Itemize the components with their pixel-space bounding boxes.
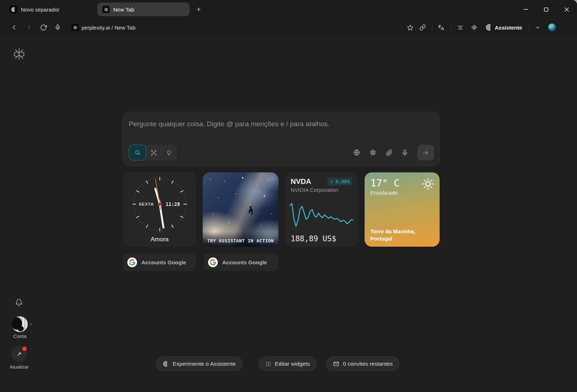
tab-strip: Novo separador New Tab + — [0, 0, 577, 19]
address-bar-url[interactable]: perplexity.ai / New Tab — [82, 19, 136, 36]
new-tab-strip-label[interactable]: Novo separador — [21, 0, 60, 19]
clock-widget[interactable]: SEXTA 11:28 Amora — [123, 172, 196, 247]
back-button[interactable] — [7, 19, 22, 36]
reading-list-icon[interactable] — [453, 19, 467, 36]
dictate-mic-icon[interactable] — [398, 145, 411, 160]
search-mode-button[interactable] — [129, 145, 146, 160]
stock-widget[interactable]: NVDA ↗ 0,88% NVIDIA Corporation 188,89 U… — [285, 172, 358, 247]
mode-divider — [161, 149, 161, 156]
search-input[interactable] — [129, 119, 432, 129]
active-tab[interactable]: New Tab — [97, 3, 190, 16]
close-button[interactable] — [556, 0, 577, 19]
clock-day: SEXTA — [138, 202, 154, 206]
invites-button[interactable]: 0 convites restantes — [326, 356, 400, 371]
attach-paperclip-icon[interactable] — [383, 145, 396, 160]
invites-label: 0 convites restantes — [343, 361, 393, 367]
copy-link-icon[interactable] — [415, 19, 430, 36]
search-mode-pill — [129, 145, 177, 160]
envelope-icon — [333, 361, 339, 367]
stock-price: 188,89 US$ — [291, 234, 336, 243]
minimize-button[interactable] — [515, 0, 536, 19]
maximize-button[interactable] — [536, 0, 556, 19]
web-sources-globe-icon[interactable] — [350, 145, 363, 160]
site-favicon — [71, 24, 79, 31]
voice-wave-icon[interactable] — [467, 19, 481, 36]
perplexity-favicon — [102, 6, 110, 13]
notifications-bell-icon[interactable] — [15, 299, 23, 307]
assistant-label[interactable]: Assistente — [495, 19, 522, 36]
arrow-up-right-icon: ↗ — [17, 351, 21, 357]
shortcut-label: Accounts Google — [222, 259, 267, 265]
research-mode-icon[interactable] — [147, 145, 160, 160]
star-speckles — [210, 179, 211, 180]
labs-bulb-icon[interactable] — [163, 145, 175, 160]
account-avatar[interactable] — [12, 316, 28, 332]
weather-condition: Ensolarado — [370, 190, 434, 196]
update-label: Atualizar — [5, 364, 34, 370]
grid-dots-icon — [265, 361, 271, 367]
browser-window: Novo separador New Tab + — [0, 0, 577, 392]
perplexity-logo — [12, 46, 26, 62]
stock-symbol: NVDA — [291, 177, 311, 186]
stock-change-badge: ↗ 0,88% — [327, 178, 352, 185]
google-logo-icon — [208, 257, 218, 267]
navigation-bar: perplexity.ai / New Tab As — [0, 19, 577, 36]
nav-divider — [432, 23, 432, 31]
stock-sparkline — [288, 199, 354, 230]
shortcut-accounts-google-1[interactable]: Accounts Google — [123, 254, 196, 271]
nav-divider — [529, 23, 529, 31]
google-logo-icon — [127, 257, 137, 267]
assistant-comet-icon[interactable] — [482, 19, 496, 36]
active-tab-title: New Tab — [113, 6, 134, 13]
forward-button[interactable] — [22, 19, 36, 36]
chevron-down-icon[interactable] — [531, 19, 544, 36]
try-assistant-label: Experimente o Assistente — [173, 361, 236, 367]
sun-icon — [422, 177, 435, 190]
model-chip-icon[interactable] — [366, 145, 379, 160]
stock-company-name: NVIDIA Corporation — [291, 187, 352, 193]
translate-icon[interactable] — [434, 19, 448, 36]
try-assistant-button[interactable]: Experimente o Assistente — [156, 356, 243, 371]
comet-app-icon[interactable] — [9, 5, 17, 13]
promo-caption: TRY ASSISTANT IN ACTION — [203, 232, 278, 247]
assistant-promo-widget[interactable]: TRY ASSISTANT IN ACTION — [203, 172, 278, 247]
bookmark-star-icon[interactable] — [403, 19, 417, 36]
clock-digital-time: 11:28 — [166, 202, 180, 207]
submit-arrow-button[interactable] — [417, 145, 434, 160]
comet-icon — [163, 361, 169, 367]
weather-widget[interactable]: 17° C Ensolarado Torre da Marinha, Portu… — [365, 172, 440, 247]
profile-avatar[interactable] — [548, 23, 556, 31]
update-notification-dot — [22, 347, 27, 351]
weather-location: Torre da Marinha, Portugal — [370, 228, 415, 243]
voice-search-icon[interactable] — [50, 19, 65, 36]
account-label: Conta — [5, 334, 34, 339]
account-chevron-icon — [29, 322, 33, 326]
ask-anything-box — [123, 112, 440, 166]
new-tab-page: SEXTA 11:28 Amora TRY ASSISTANT IN ACTIO… — [0, 36, 577, 392]
window-controls — [515, 0, 577, 19]
nav-divider — [451, 23, 451, 31]
edit-widgets-button[interactable]: Editar widgets — [259, 356, 317, 371]
shortcut-label: Accounts Google — [141, 259, 186, 265]
surfer-silhouette — [247, 205, 255, 217]
new-tab-button[interactable]: + — [194, 4, 204, 14]
edit-widgets-label: Editar widgets — [275, 361, 310, 367]
clock-city-label: Amora — [123, 236, 196, 243]
reload-button[interactable] — [36, 19, 50, 36]
shortcut-accounts-google-2[interactable]: Accounts Google — [204, 254, 278, 271]
